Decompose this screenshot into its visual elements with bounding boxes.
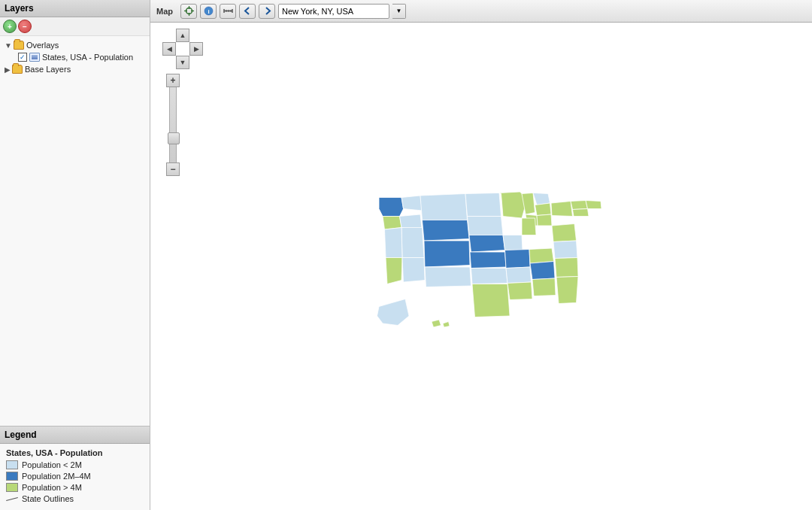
state-nc-sc (553, 241, 577, 259)
state-ga (555, 258, 578, 278)
legend-content: States, USA - Population Population < 2M… (0, 444, 150, 510)
forward-icon (263, 7, 271, 15)
state-ms-al (530, 262, 555, 280)
svg-text:i: i (208, 8, 209, 15)
overlays-group-header[interactable]: ▼ Overlays (3, 39, 148, 51)
state-va-wv (552, 224, 577, 242)
state-nm (425, 267, 471, 287)
usa-map-svg (371, 183, 657, 348)
state-id-n (401, 196, 423, 211)
state-mi-low (535, 203, 552, 216)
back-icon (244, 7, 252, 15)
state-hi-main (432, 320, 441, 327)
map-section-label: Map (156, 7, 173, 16)
state-in-oh (537, 214, 552, 226)
state-ok (471, 269, 508, 284)
legend-swatch-1 (6, 472, 18, 481)
states-layer-item[interactable]: ✓ States, USA - Population (3, 51, 148, 63)
legend-item-0: Population < 2M (6, 460, 144, 469)
left-panel: Layers + − ▼ Overlays ✓ States, (0, 0, 150, 510)
state-sd (468, 217, 504, 235)
app-container: Layers + − ▼ Overlays ✓ States, (0, 0, 812, 510)
nav-left-button[interactable]: ◀ (162, 42, 176, 56)
zoom-thumb[interactable] (168, 132, 180, 144)
forward-button[interactable] (259, 4, 275, 19)
legend-item-3: State Outlines (6, 494, 144, 503)
overlays-toggle-icon: ▼ (5, 41, 12, 50)
legend-layer-name: States, USA - Population (6, 448, 144, 457)
map-area: Map i (150, 0, 812, 510)
nav-up-button[interactable]: ▲ (176, 29, 189, 42)
state-ks (470, 252, 506, 269)
state-mt (420, 194, 468, 220)
overlays-group: ▼ Overlays ✓ States, USA - Population (3, 39, 148, 63)
state-tx (472, 284, 510, 317)
state-wa (379, 198, 404, 217)
states-layer-checkbox[interactable]: ✓ (18, 53, 27, 62)
states-layer-icon (29, 53, 40, 62)
nav-middle-row: ◀ ▶ (162, 42, 203, 56)
state-ky-tn (529, 248, 554, 263)
base-layers-folder-icon (12, 65, 23, 74)
state-ne-states (571, 201, 588, 210)
state-mo (505, 250, 531, 269)
legend-label-0: Population < 2M (22, 460, 82, 469)
info-icon: i (204, 6, 214, 16)
nav-center (176, 42, 189, 56)
layer-tree: ▼ Overlays ✓ States, USA - Population ▶ (0, 36, 150, 426)
state-nd (465, 193, 501, 217)
state-ia (503, 235, 523, 250)
layers-title: Layers (5, 3, 34, 14)
state-pa-ny (551, 202, 573, 217)
info-button[interactable]: i (200, 4, 217, 19)
zoom-out-button[interactable]: − (166, 162, 180, 176)
measure-button[interactable] (220, 4, 236, 19)
measure-icon (223, 6, 233, 16)
back-button[interactable] (239, 4, 256, 19)
zoom-track[interactable] (169, 87, 177, 162)
state-wy (423, 220, 470, 241)
state-ms-s (532, 278, 556, 296)
nav-down-button[interactable]: ▼ (176, 56, 189, 69)
legend-line-inner-3 (6, 496, 18, 500)
state-ne (469, 235, 505, 253)
state-me-nh (586, 201, 601, 209)
legend-label-2: Population > 4M (22, 483, 82, 492)
legend-header: Legend (0, 427, 150, 444)
state-mn-s (522, 218, 536, 235)
map-header: Map i (150, 0, 812, 23)
state-nv-ut (401, 228, 424, 258)
layers-panel-header: Layers (0, 0, 150, 17)
state-la (508, 282, 532, 300)
state-ma-ri (573, 209, 589, 217)
state-az (402, 258, 425, 283)
state-ak (377, 299, 410, 326)
legend-line-3 (6, 494, 18, 503)
state-co (424, 241, 470, 267)
add-layer-button[interactable]: + (3, 20, 17, 33)
crosshair-button[interactable] (180, 4, 197, 19)
map-canvas[interactable]: ▲ ◀ ▶ ▼ + − (150, 23, 812, 510)
crosshair-icon (184, 6, 194, 16)
state-mn (499, 192, 526, 218)
legend-swatch-2 (6, 483, 18, 492)
legend-panel: Legend States, USA - Population Populati… (0, 426, 150, 510)
base-layers-toggle-icon: ▶ (5, 65, 11, 74)
usa-map-container (371, 183, 657, 351)
layers-toolbar: + − (0, 17, 150, 36)
base-layers-label: Base Layers (25, 65, 71, 74)
state-ar (506, 267, 532, 284)
legend-swatch-0 (6, 460, 18, 469)
states-layer-label: States, USA - Population (42, 53, 133, 62)
zoom-in-button[interactable]: + (166, 74, 180, 87)
remove-layer-button[interactable]: − (18, 20, 32, 33)
nav-right-button[interactable]: ▶ (189, 42, 203, 56)
location-dropdown-button[interactable]: ▼ (392, 4, 406, 19)
legend-item-2: Population > 4M (6, 483, 144, 492)
state-hi-2 (443, 322, 450, 328)
legend-label-1: Population 2M–4M (22, 472, 91, 481)
location-input[interactable] (278, 4, 389, 19)
base-layers-group-header[interactable]: ▶ Base Layers (3, 63, 148, 75)
state-fl (556, 277, 578, 304)
base-layers-group: ▶ Base Layers (3, 63, 148, 75)
